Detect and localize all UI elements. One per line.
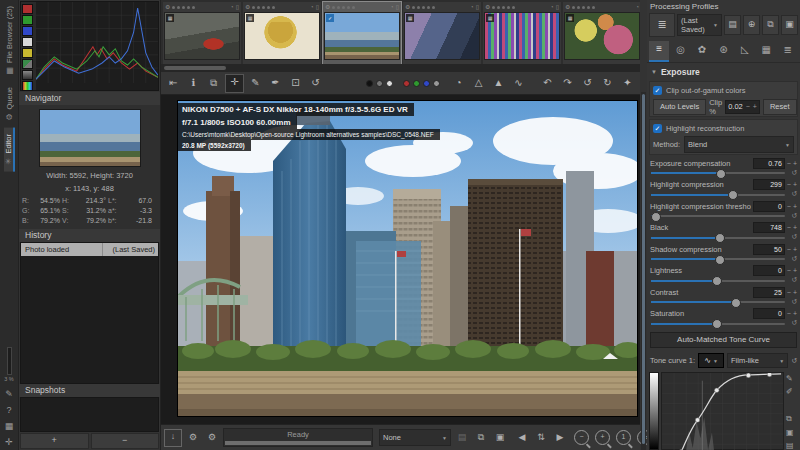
copy-profile-button[interactable]: ⧉	[473, 430, 489, 446]
profile-fill-mode-button[interactable]: ≣	[649, 13, 675, 37]
slider-value[interactable]: 748	[753, 222, 785, 233]
histogram-chroma-button[interactable]	[22, 48, 33, 58]
slider-reset-icon[interactable]: ↺	[791, 276, 797, 284]
thumb-clock-icon[interactable]: ◔	[470, 3, 474, 12]
hand-tool-button[interactable]: ✛	[225, 74, 244, 93]
filmstrip-scrollbar[interactable]	[161, 64, 640, 72]
slider-reset-icon[interactable]: ↺	[791, 190, 797, 198]
slider-plus[interactable]: +	[793, 224, 797, 231]
hide-left-panel-button[interactable]: ⇤	[165, 75, 182, 92]
slider-minus[interactable]: −	[787, 181, 791, 188]
auto-matched-tone-curve-button[interactable]: Auto-Matched Tone Curve	[650, 332, 797, 348]
thumb-profile-icon[interactable]: ⚙	[245, 3, 250, 12]
clip-gamut-checkbox[interactable]: ✓	[653, 86, 662, 95]
thumb-trash-icon[interactable]: ▯	[316, 3, 319, 12]
filmstrip-thumb-bridge[interactable]: ⚙◔▯ ▦	[403, 2, 481, 64]
slider-value[interactable]: 0	[753, 308, 785, 319]
redo-all-button[interactable]: ↻	[599, 75, 616, 92]
curve-load-icon[interactable]: ▤	[786, 441, 798, 450]
channel-blue-button[interactable]	[423, 80, 430, 87]
filmstrip-thumb-idea[interactable]: ⚙◔▯ ▦	[243, 2, 321, 64]
profile-select[interactable]: (Last Saved) ▼	[677, 14, 722, 36]
filmstrip-thumb-skyline-selected[interactable]: ⚙◔▯ ✓	[323, 2, 401, 64]
slider-reset-icon[interactable]: ↺	[791, 212, 797, 220]
slider-track-area[interactable]: ↺	[650, 276, 797, 285]
false-color-button[interactable]: ∿	[510, 75, 527, 92]
tab-queue[interactable]: ⚙ Queue	[5, 81, 14, 128]
duplicate-view-button[interactable]: ⧉	[205, 75, 222, 92]
undo-button[interactable]: ↶	[539, 75, 556, 92]
slider-plus[interactable]: +	[793, 246, 797, 253]
slider-track-area[interactable]: ↺	[650, 212, 797, 221]
thumb-profile-icon[interactable]: ⚙	[485, 3, 490, 12]
channel-red-button[interactable]	[403, 80, 410, 87]
histogram-green-button[interactable]	[22, 15, 33, 25]
curve-copy-icon[interactable]: ⧉	[786, 414, 798, 424]
slider-thumb[interactable]	[728, 190, 738, 200]
auto-levels-button[interactable]: Auto Levels	[653, 99, 706, 115]
next-image-button[interactable]: ▶	[552, 430, 568, 446]
slider-minus[interactable]: −	[787, 224, 791, 231]
thumb-clock-icon[interactable]: ◔	[390, 3, 394, 12]
tab-transform[interactable]: ◺	[735, 41, 755, 60]
slider-thumb[interactable]	[731, 298, 741, 308]
histogram-bar-button[interactable]	[22, 70, 33, 80]
wb-circle-button[interactable]: ◔	[450, 75, 467, 92]
copy-profile-button[interactable]: ⧉	[762, 15, 779, 35]
add-snapshot-button[interactable]: +	[20, 433, 89, 449]
tab-metadata[interactable]: ≣	[778, 41, 798, 60]
slider-track-area[interactable]: ↺	[650, 190, 797, 199]
bg-color-black-button[interactable]	[366, 80, 373, 87]
slider-reset-icon[interactable]: ↺	[791, 233, 797, 241]
slider-reset-icon[interactable]: ↺	[791, 319, 797, 327]
bg-color-white-button[interactable]	[386, 80, 393, 87]
wb-picker-button[interactable]: ✒	[267, 75, 284, 92]
curve-plot[interactable]	[661, 372, 784, 450]
exposure-section-header[interactable]: ▼ Exposure	[647, 63, 800, 80]
navigator-header[interactable]: Navigator	[19, 92, 160, 105]
slider-reset-icon[interactable]: ↺	[791, 298, 797, 306]
thumb-profile-icon[interactable]: ⚙	[565, 3, 570, 12]
spin-plus-icon[interactable]: +	[753, 101, 757, 113]
thumb-trash-icon[interactable]: ▯	[556, 3, 559, 12]
thumb-clock-icon[interactable]: ◔	[550, 3, 554, 12]
zoom-in-button[interactable]: +	[595, 430, 610, 445]
channel-luma-button[interactable]	[433, 80, 440, 87]
slider-minus[interactable]: −	[787, 310, 791, 317]
redo-button[interactable]: ↷	[559, 75, 576, 92]
slider-track-area[interactable]: ↺	[650, 319, 797, 328]
filmstrip-thumb-flowers[interactable]: ⚙◔ ▦	[563, 2, 640, 64]
reset-button[interactable]: Reset	[763, 99, 797, 115]
thumb-clock-icon[interactable]: ◔	[635, 3, 639, 12]
thumb-trash-icon[interactable]: ▯	[236, 3, 239, 12]
metadata-grid-icon[interactable]: ▦	[5, 421, 14, 431]
help-icon[interactable]: ?	[6, 405, 11, 415]
strip-zoom-slider[interactable]	[7, 347, 12, 375]
slider-reset-icon[interactable]: ↺	[791, 255, 797, 263]
pin-before-after-button[interactable]: ✦	[619, 75, 636, 92]
snapshots-header[interactable]: Snapshots	[19, 384, 160, 397]
external-editor-button[interactable]: ⚙	[204, 430, 220, 446]
slider-reset-icon[interactable]: ↺	[791, 169, 797, 177]
tab-editor[interactable]: ✳ Editor	[4, 128, 15, 172]
remove-snapshot-button[interactable]: −	[91, 433, 160, 449]
slider-plus[interactable]: +	[793, 310, 797, 317]
slider-value[interactable]: 0	[753, 201, 785, 212]
previous-image-button[interactable]: ◀	[514, 430, 530, 446]
slider-minus[interactable]: −	[787, 289, 791, 296]
slider-thumb[interactable]	[712, 276, 722, 286]
slider-plus[interactable]: +	[793, 160, 797, 167]
slider-minus[interactable]: −	[787, 246, 791, 253]
highlight-clip-indicator-button[interactable]: ▲	[490, 75, 507, 92]
quick-profile-select[interactable]: None ▼	[379, 429, 451, 446]
thumb-profile-icon[interactable]: ⚙	[405, 3, 410, 12]
crop-tool-button[interactable]: ⊡	[287, 75, 304, 92]
filmstrip-thumb-racecar[interactable]: ⚙◔▯ ▦	[163, 2, 241, 64]
save-profile-button[interactable]: ⊕	[743, 15, 760, 35]
navigator-thumbnail[interactable]	[39, 109, 141, 167]
slider-value[interactable]: 25	[753, 287, 785, 298]
histogram-red-button[interactable]	[22, 4, 33, 14]
method-select[interactable]: Blend ▼	[684, 136, 794, 153]
swap-image-button[interactable]: ⇅	[533, 430, 549, 446]
info-button[interactable]: ℹ	[185, 75, 202, 92]
